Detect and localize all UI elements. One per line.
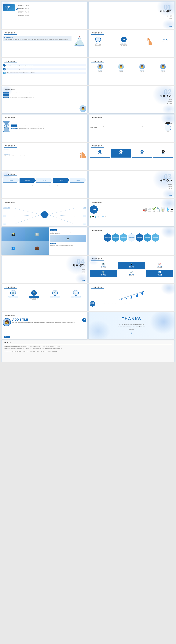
iconbox-icon-1: 💻 xyxy=(91,262,116,266)
profile-add-section: 제목을 추가하세요 xyxy=(4,314,17,317)
svg-text:👤: 👤 xyxy=(141,292,144,296)
slide-03-bullet-2: • 글머리 xyxy=(160,185,172,187)
funnel-kw-tag-2: KEYWORDS xyxy=(11,126,17,127)
step-title-1: ADD TITLE xyxy=(91,153,109,154)
numlist-num-1: 1 xyxy=(3,64,6,67)
numlist-text-3: Don't try so hard, the best things come … xyxy=(7,72,86,74)
svg-text:👤: 👤 xyxy=(130,296,133,298)
hex-3: Things you need to know about it xyxy=(120,233,127,242)
notes-title: 저작권 공고 xyxy=(4,342,172,344)
thanks-decoration: ✦ xyxy=(130,332,133,335)
hand-label-2: ENTER TEXT xyxy=(4,152,15,152)
bubble-desc-4: Don't try so hard the best things come xyxy=(71,298,81,300)
dot-10 xyxy=(82,280,83,281)
profile-add-photo: 👩 xyxy=(3,318,11,326)
bubble-label-2: ADD TITLE xyxy=(29,296,39,298)
slide-02-number: 02 xyxy=(160,88,172,96)
bubble-desc-3: Don't try so hard the best things come xyxy=(50,298,60,300)
slide-profiles: 제목을 추가하세요 👩 KEYWORDS ADD TITLE Don't try… xyxy=(89,58,175,85)
profile-add-tag: TEXT xyxy=(4,336,10,338)
addtext-desc-1: Don't try so hard the best things come xyxy=(94,44,102,46)
hex-3-text: Things you need to know about it xyxy=(120,237,127,238)
funnel-kw-2: KEYWORDS Do not believe what is right or… xyxy=(11,126,86,127)
svg-text:👤: 👤 xyxy=(136,294,139,297)
intro-subtitle: 서울 내보인세 xyxy=(4,36,70,38)
photo-3: 👥 xyxy=(2,241,25,255)
profile-1: 👩 KEYWORDS ADD TITLE Don't try so hard xyxy=(96,64,104,73)
graduation-illustration xyxy=(162,120,173,133)
profile-avatar-4: 👨 xyxy=(160,64,166,70)
industry-content: TEXT 🏭Industry ☁️Cloud 🌿Nature 🔧Service … xyxy=(89,204,174,215)
hexagons-section: 제목을 추가하세요 xyxy=(91,229,104,232)
profile-desc-4: Don't try so hard xyxy=(159,72,167,73)
profile-add-avatar: 👩 xyxy=(3,318,11,326)
slide-03-number: 03 xyxy=(160,173,172,180)
hand-dot-2 xyxy=(3,152,4,152)
numlist-item-2: 2 Don't try so hard, the best things com… xyxy=(3,68,86,70)
slide-02-bullet-2: • 글머리 xyxy=(160,101,172,102)
iconbox-desc-2: Don't try so hard xyxy=(119,267,144,268)
speechbubbles-content: ⚙️ ADD TITLE Don't try so hard the best … xyxy=(2,289,87,302)
photos-text-2: Don't try so hard the best things come w… xyxy=(50,245,86,246)
slide-funnel: 제목을 추가하세요 KEYWORDS Do not believe what i… xyxy=(1,114,87,142)
hex-6: Things you need to know about it xyxy=(144,233,151,242)
svg-line-22 xyxy=(48,214,75,216)
profiles-content: 👩 KEYWORDS ADD TITLE Don't try so hard 👨… xyxy=(89,63,174,74)
industry-row: 🌲🏔🌊☁️🌬❄️🌡 xyxy=(89,215,174,218)
hex-5-text: Things you need to know about it xyxy=(136,237,143,238)
notes-para-3: ⓒ Copyright TFN royalties 표시된 파일은 저작권법에 … xyxy=(4,350,172,352)
mindmap-node-3: TEXT xyxy=(3,223,6,225)
step-desc-1: Don't try so hard the best things come w… xyxy=(91,154,109,156)
hand-content: ENTER TEXT Don't try so hard, the best t… xyxy=(2,148,87,161)
industry-icons: 🏭Industry ☁️Cloud 🌿Nature 🔧Service 📊Data… xyxy=(99,207,173,212)
hex-2: Things you need to know about it xyxy=(112,233,119,242)
speechbubbles-section: 제목을 추가하세요 xyxy=(4,286,17,289)
slide-arrows: 제목을 추가하세요 First Step Second Step Third S… xyxy=(1,171,87,198)
slide-04-number: 04 xyxy=(73,258,85,265)
toc-icon: C xyxy=(16,8,18,10)
notes-para-2: ⓒ TFN royalties 에서 판매하는 파일은 개인 사용, 인쇄 사용… xyxy=(4,348,172,350)
slide-01-bullet-2: • 글머리 기호 xyxy=(160,16,172,18)
svg-point-17 xyxy=(171,123,172,124)
slide-4steps: 제목을 추가하세요 01 ADD TITLE Don't try so hard… xyxy=(89,142,175,170)
slide-02-bullet-3: • 사항추가 xyxy=(160,102,172,104)
industry-section: 제목을 추가하세요 xyxy=(91,201,104,204)
dot-12 xyxy=(84,280,85,281)
photo-1: 📸 xyxy=(2,228,25,241)
notes-content: 저작권 공고 ⓒ TFN royalties. All rights reser… xyxy=(2,340,174,354)
hourglass-icon xyxy=(3,120,10,133)
slide-keywords: 제목을 추가하세요 KEYWORDS Don't try so hard, th… xyxy=(1,86,87,114)
step-desc-3: Don't try so hard the best things come w… xyxy=(133,154,151,156)
hex-7: Things you need to know about it xyxy=(152,233,159,242)
svg-marker-11 xyxy=(3,126,10,132)
slide-graduation: 제목을 추가하세요 Don't aim for success if you w… xyxy=(89,114,175,142)
iconbox-desc-6: Don't try so hard xyxy=(147,275,172,276)
slide-growchart: 제목을 추가하세요 👤 👤 👤 👤 👤 xyxy=(89,284,175,311)
funnel-section: 제목을 추가하세요 xyxy=(4,116,17,119)
bubble-icon-4: 📋 xyxy=(73,290,79,296)
step-box-4: 04 ADD TITLE Don't try so hard the best … xyxy=(153,149,173,158)
numlist-item-1: 1 Don't try so hard, the best things com… xyxy=(3,64,86,67)
slide-hexagons: 제목을 추가하세요 Things you need to know about … xyxy=(89,227,175,255)
mindmap-center: TEXT xyxy=(41,211,48,218)
toc-title-ko: 목차 xyxy=(5,5,13,9)
graduation-content: Don't aim for success if you want it, ju… xyxy=(89,119,174,134)
funnel-kw-tag-1: KEYWORDS xyxy=(11,124,17,126)
arrow-right-2: › xyxy=(136,40,137,42)
iconbox-label-5: EDIT TITLE xyxy=(119,274,144,275)
hex-5: Things you need to know about it xyxy=(136,233,143,242)
arrows-section: 제목을 추가하세요 xyxy=(4,172,17,176)
section-label: 제목을 추가하세요 xyxy=(4,31,17,34)
arrow-desc-1: Do try so hard to be the best things xyxy=(3,185,19,186)
circle-1 xyxy=(95,36,101,42)
dot-2 xyxy=(170,26,171,26)
steps-content: 01 ADD TITLE Don't try so hard the best … xyxy=(89,148,174,159)
profile-3: 👩 KEYWORDS ADD TITLE Don't try so hard xyxy=(138,64,146,73)
industry-icon-1: 🏭Industry xyxy=(143,207,147,212)
thanks-divider xyxy=(127,322,136,322)
growchart-section: 제목을 추가하세요 xyxy=(91,286,104,289)
bubble-icon-2: 🔍 xyxy=(31,290,37,296)
photo-2: 🏢 xyxy=(25,228,49,241)
hex-1: Things you need to know about it xyxy=(104,233,111,242)
slide-addtext: 제목을 추가하세요 ADD TEXT Don't try so hard the… xyxy=(89,30,175,57)
